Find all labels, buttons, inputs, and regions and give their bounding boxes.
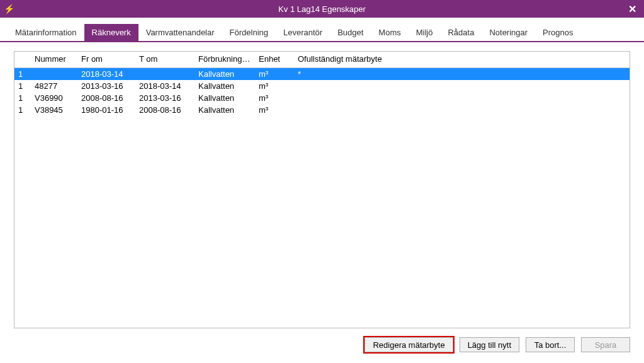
table-row[interactable]: 12018-03-14Kallvattenm³* — [14, 68, 630, 81]
table-header-row: Nummer Fr om T om Förbruknings... Enhet … — [14, 52, 630, 68]
tab-leverantör[interactable]: Leverantör — [276, 24, 330, 41]
cell-to: 2013-03-16 — [135, 92, 195, 104]
cell-to — [135, 68, 195, 81]
add-new-button[interactable]: Lägg till nytt — [460, 337, 519, 352]
save-button[interactable]: Spara — [581, 337, 630, 352]
cell-unit: m³ — [255, 92, 294, 104]
cell-cons: Kallvatten — [195, 80, 255, 92]
tab-mätarinformation[interactable]: Mätarinformation — [8, 24, 84, 41]
cell-to: 2018-03-14 — [135, 80, 195, 92]
tab-fördelning[interactable]: Fördelning — [222, 24, 276, 41]
col-to[interactable]: T om — [135, 52, 195, 68]
col-nummer[interactable]: Nummer — [31, 52, 77, 68]
tab-varmvattenandelar[interactable]: Varmvattenandelar — [138, 24, 222, 41]
cell-idx: 1 — [14, 104, 31, 116]
table-row[interactable]: 1V389451980-01-162008-08-16Kallvattenm³ — [14, 104, 630, 116]
col-consumption[interactable]: Förbruknings... — [195, 52, 255, 68]
cell-nummer: 48277 — [31, 80, 77, 92]
cell-incomplete — [294, 92, 630, 104]
table-row[interactable]: 1482772013-03-162018-03-14Kallvattenm³ — [14, 80, 630, 92]
tab-räkneverk[interactable]: Räkneverk — [84, 24, 138, 41]
col-index[interactable] — [14, 52, 31, 68]
col-unit[interactable]: Enhet — [255, 52, 294, 68]
cell-nummer — [31, 68, 77, 81]
cell-from: 2008-08-16 — [77, 92, 135, 104]
cell-cons: Kallvatten — [195, 92, 255, 104]
table-row[interactable]: 1V369902008-08-162013-03-16Kallvattenm³ — [14, 92, 630, 104]
tab-bar: MätarinformationRäkneverkVarmvattenandel… — [0, 18, 644, 42]
cell-idx: 1 — [14, 80, 31, 92]
tab-noteringar[interactable]: Noteringar — [482, 24, 535, 41]
cell-idx: 1 — [14, 68, 31, 81]
title-bar: ⚡ Kv 1 Lag14 Egenskaper ✕ — [0, 0, 644, 18]
cell-unit: m³ — [255, 80, 294, 92]
cell-nummer: V38945 — [31, 104, 77, 116]
cell-from: 2018-03-14 — [77, 68, 135, 81]
remove-button[interactable]: Ta bort... — [526, 337, 575, 352]
cell-idx: 1 — [14, 92, 31, 104]
cell-unit: m³ — [255, 104, 294, 116]
data-grid[interactable]: Nummer Fr om T om Förbruknings... Enhet … — [14, 51, 630, 328]
footer-buttons: Redigera mätarbyte Lägg till nytt Ta bor… — [0, 333, 644, 352]
cell-unit: m³ — [255, 68, 294, 81]
cell-cons: Kallvatten — [195, 68, 255, 81]
cell-incomplete — [294, 80, 630, 92]
col-incomplete[interactable]: Ofullständigt mätarbyte — [294, 52, 630, 68]
tab-moms[interactable]: Moms — [371, 24, 408, 41]
tab-prognos[interactable]: Prognos — [535, 24, 580, 41]
tab-content: Nummer Fr om T om Förbruknings... Enhet … — [0, 42, 644, 333]
close-icon[interactable]: ✕ — [624, 3, 640, 15]
edit-meter-change-button[interactable]: Redigera mätarbyte — [364, 337, 453, 352]
tab-rådata[interactable]: Rådata — [440, 24, 482, 41]
tab-budget[interactable]: Budget — [330, 24, 371, 41]
cell-from: 1980-01-16 — [77, 104, 135, 116]
col-from[interactable]: Fr om — [77, 52, 135, 68]
cell-nummer: V36990 — [31, 92, 77, 104]
cell-to: 2008-08-16 — [135, 104, 195, 116]
cell-incomplete — [294, 104, 630, 116]
cell-incomplete: * — [294, 68, 630, 81]
bolt-icon: ⚡ — [4, 4, 14, 14]
cell-cons: Kallvatten — [195, 104, 255, 116]
window-title: Kv 1 Lag14 Egenskaper — [0, 4, 644, 14]
tab-miljö[interactable]: Miljö — [409, 24, 441, 41]
cell-from: 2013-03-16 — [77, 80, 135, 92]
